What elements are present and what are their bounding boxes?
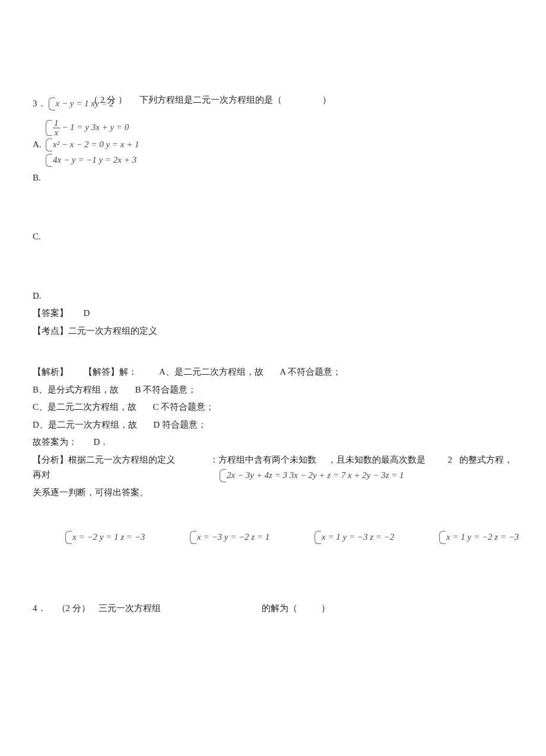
fenxi-3: ，且未知数的最高次数是 bbox=[328, 455, 426, 464]
eq-row: z = −3 bbox=[494, 532, 519, 542]
hence-pre: 故答案为： bbox=[33, 437, 77, 447]
line-a-post: A 不符合题意； bbox=[280, 367, 341, 377]
hence-line: 故答案为： D． bbox=[33, 435, 513, 450]
eq-row: 1 x − 1 = y bbox=[53, 122, 91, 132]
line-d-post: D 符合题意； bbox=[153, 420, 207, 429]
analysis-c: C、是二元二次方程组，故 C 不符合题意； bbox=[33, 400, 513, 415]
line-c-post: C 不符合题意； bbox=[153, 402, 215, 412]
label-b: B. bbox=[33, 170, 513, 186]
eq-row: x = 1 bbox=[446, 532, 465, 542]
kaodian-label: 【考点】 bbox=[33, 326, 68, 336]
overlay-g1: x = −2 y = 1 z = −3 bbox=[65, 530, 145, 545]
q3-option-equations: 1 x − 1 = y 3x + y = 0 bbox=[46, 119, 513, 137]
eq-row: z = −3 bbox=[120, 532, 145, 542]
analysis-d: D、是二元一次方程组，故 D 符合题意； bbox=[33, 417, 513, 433]
eq-row: y = 2x + 3 bbox=[99, 154, 136, 165]
overlay-g3: x = 1 y = −3 z = −2 bbox=[315, 530, 394, 545]
kaodian-value: 二元一次方程组的定义 bbox=[68, 326, 157, 336]
q3-optA-label-row: A. x² − x − 2 = 0 y = x + 1 bbox=[33, 137, 513, 153]
jiexi-label: 【解析】 bbox=[33, 367, 68, 377]
q3-stem-close: ） bbox=[322, 95, 331, 105]
fraction: 1 x bbox=[53, 119, 60, 137]
q3-stem-line: 3． x − y = 1 xy = 2 （ 2 分 ） 下列方程组是二元一次方程… bbox=[33, 89, 513, 119]
answer-line: 【答案】 D bbox=[33, 306, 513, 321]
points-open: （ bbox=[57, 601, 66, 616]
analysis-a: 【解析】 【解答】解： A、是二元二次方程组，故 A 不符合题意； bbox=[33, 365, 513, 380]
line-a-pre: A、是二元二次方程组，故 bbox=[159, 367, 264, 377]
line-d-pre: D、是二元一次方程组，故 bbox=[33, 420, 137, 429]
fenxi-6: 关系逐一判断，可得出答案。 bbox=[33, 488, 148, 497]
answer-label: 【答案】 bbox=[33, 308, 68, 318]
fenxi-line2: 关系逐一判断，可得出答案。 bbox=[33, 485, 513, 501]
analysis-b: B、是分式方程组，故 B 不符合题意； bbox=[33, 382, 513, 398]
points-close: ） bbox=[81, 601, 90, 616]
q3-number: 3． bbox=[33, 96, 46, 112]
line-b-pre: B、是分式方程组，故 bbox=[33, 385, 119, 394]
line-c-pre: C、是二元二次方程组，故 bbox=[33, 402, 136, 412]
q3-eq-a2: x² − x − 2 = 0 y = x + 1 bbox=[46, 137, 139, 153]
fenxi-2: ：方程组中含有两个未知数 bbox=[209, 455, 316, 464]
q4-stem1: 三元一次方程组 bbox=[99, 601, 161, 616]
q3-eq-a3-wrap: 4x − y = −1 y = 2x + 3 bbox=[46, 153, 513, 168]
q3-stem-text: 下列方程组是二元一次方程组的是（ bbox=[139, 95, 282, 105]
label-c: C. bbox=[33, 229, 513, 245]
q3-eq-a1: 1 x − 1 = y 3x + y = 0 bbox=[46, 119, 129, 137]
eq-row: x − y = 1 bbox=[56, 98, 89, 109]
eq-row: x = −3 bbox=[197, 532, 222, 542]
eq-row: x = −2 bbox=[72, 532, 97, 542]
label-a: A. bbox=[33, 137, 46, 153]
points-open: （ bbox=[89, 95, 98, 105]
eq-row: z = −2 bbox=[370, 532, 394, 542]
eq-row: 4x − y = −1 bbox=[53, 154, 97, 165]
points: 2 分 bbox=[66, 601, 81, 616]
fenxi-1: 根据二元一次方程组的定义 bbox=[68, 455, 175, 464]
fenxi-4: 2 bbox=[448, 455, 453, 464]
fenxi-line1: 【分析】根据二元一次方程组的定义 ：方程组中含有两个未知数 ，且未知数的最高次数… bbox=[33, 453, 513, 483]
points: 2 分 bbox=[100, 95, 116, 105]
line-b-post: B 不符合题意； bbox=[135, 385, 197, 394]
eq-row: x² − x − 2 = 0 bbox=[53, 139, 104, 150]
eq-row: y = −3 bbox=[343, 532, 368, 542]
answer-value: D bbox=[84, 308, 90, 318]
document-page: 3． x − y = 1 xy = 2 （ 2 分 ） 下列方程组是二元一次方程… bbox=[0, 0, 546, 640]
overlay-g4: x = 1 y = −2 z = −3 bbox=[439, 530, 519, 545]
kaodian-line: 【考点】二元一次方程组的定义 bbox=[33, 324, 513, 339]
q4-stem2: 的解为（ bbox=[262, 601, 297, 616]
eq-row: y = −2 bbox=[468, 532, 493, 542]
q4-number: 4． bbox=[33, 601, 46, 616]
eq-row: y = −2 bbox=[224, 532, 249, 542]
q3-eq-a3: 4x − y = −1 y = 2x + 3 bbox=[46, 153, 136, 168]
eq-row: 3x + y = 0 bbox=[91, 122, 129, 132]
fenxi-label: 【分析】 bbox=[33, 455, 68, 464]
eq-row: y = x + 1 bbox=[106, 139, 139, 150]
eq-row: y = 1 bbox=[100, 532, 119, 542]
label-d: D. bbox=[33, 289, 513, 304]
points-close: ） bbox=[118, 95, 127, 105]
eq-row: x = 1 bbox=[322, 532, 341, 542]
eq-row: z = 1 bbox=[251, 532, 269, 542]
q4-stem3: ） bbox=[321, 601, 330, 616]
q4-stem-line: 4． （ 2 分 ） 三元一次方程组 的解为（ ） bbox=[33, 601, 513, 616]
jieda-label: 【解答】解： bbox=[84, 367, 137, 377]
hence-val: D． bbox=[94, 437, 109, 447]
overlay-g2: x = −3 y = −2 z = 1 bbox=[190, 530, 269, 545]
